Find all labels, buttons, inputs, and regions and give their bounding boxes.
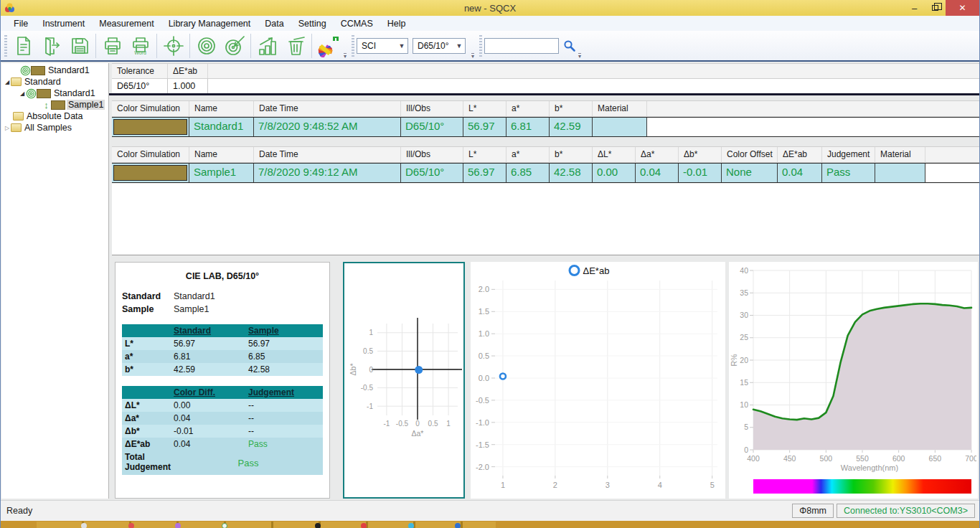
sample-illobs: D65/10° — [401, 164, 463, 182]
standard-datetime: 7/8/2020 9:48:52 AM — [254, 118, 401, 136]
menu-library-management[interactable]: Library Management — [161, 17, 258, 30]
analysis-button[interactable] — [253, 32, 281, 60]
de-trend-panel[interactable]: ΔE*ab123452.01.51.00.50.0-0.5-1.0-1.5-2.… — [471, 262, 725, 499]
print-button[interactable] — [98, 32, 126, 60]
sample-row[interactable]: Sample1 7/8/2020 9:49:12 AM D65/10° 56.9… — [112, 163, 980, 183]
status-bar: Ready Φ8mm Connected to:YS3010<COM3> — [1, 500, 979, 521]
color-search-icon — [317, 34, 340, 57]
toolbar-separator — [95, 34, 96, 58]
tolerance-table: Tolerance ΔE*ab D65/10° 1.000 — [112, 63, 980, 94]
toolbar-overflow-button[interactable]: ▾ — [344, 53, 347, 58]
tree-expander-expanded-icon[interactable]: ◢ — [19, 90, 26, 97]
export-button[interactable] — [37, 32, 65, 60]
toolbar-overflow-button[interactable]: ▾ — [578, 53, 581, 58]
diff-col-colordiff: Color Diff. — [174, 387, 248, 397]
menu-file[interactable]: File — [6, 17, 35, 30]
menu-setting[interactable]: Setting — [291, 17, 334, 30]
tree-item-standard1[interactable]: ◢ Standard1 — [1, 88, 108, 99]
toolbar-separator — [250, 34, 251, 58]
tree-expander-expanded-icon[interactable]: ◢ — [4, 79, 11, 85]
tree-item-sample1[interactable]: ↕ Sample1 — [1, 99, 108, 110]
save-button[interactable] — [65, 32, 93, 60]
total-judgement-label: Total Judgement — [122, 453, 174, 473]
tree-item-label: Standard — [23, 77, 62, 87]
sample-dl: 0.00 — [593, 164, 636, 182]
judge-da: -- — [248, 413, 323, 423]
search-input[interactable] — [484, 38, 559, 54]
svg-text:Δa*: Δa* — [412, 429, 424, 438]
toolbar-grip[interactable] — [479, 35, 482, 57]
folder-icon — [11, 123, 22, 132]
diff-db: -0.01 — [174, 426, 248, 436]
svg-text:20: 20 — [740, 356, 748, 364]
standard-a: 6.81 — [507, 118, 550, 136]
save-icon — [69, 35, 90, 57]
taskbar-app-tiles[interactable] — [37, 522, 496, 528]
sci-dropdown[interactable]: SCI ▼ — [357, 38, 408, 54]
column-header: Ill/Obs — [401, 101, 463, 116]
svg-text:0.5: 0.5 — [428, 420, 438, 428]
svg-text:Δb*: Δb* — [349, 364, 357, 376]
tolerance-value[interactable]: 1.000 — [168, 79, 208, 94]
measure-standard-button[interactable] — [192, 32, 220, 60]
tolerance-row[interactable]: D65/10° 1.000 — [112, 79, 980, 94]
row-label: L* — [122, 339, 174, 349]
tree-expander-collapsed-icon[interactable]: ▷ — [4, 125, 11, 131]
taskbar-app-icon[interactable] — [175, 523, 181, 528]
new-document-icon — [13, 35, 34, 57]
judge-db: -- — [248, 426, 323, 436]
diff-dl: 0.00 — [174, 400, 248, 410]
tree-item-absolute-data[interactable]: Absolute Data — [1, 110, 108, 122]
spectrum-color-bar — [753, 479, 971, 494]
windows-taskbar[interactable] — [1, 521, 979, 528]
toolbar-grip[interactable] — [352, 35, 354, 57]
cielab-panel[interactable]: CIE LAB, D65/10° Standard Standard1 Samp… — [115, 262, 330, 499]
measure-sample-button[interactable] — [220, 32, 248, 60]
column-header: Ill/Obs — [401, 147, 463, 162]
measure-standard-icon — [196, 35, 217, 57]
toolbar-grip[interactable] — [4, 35, 7, 57]
sample-a: 6.85 — [507, 164, 550, 182]
menu-help[interactable]: Help — [380, 17, 413, 30]
taskbar-app-icon[interactable] — [222, 523, 227, 528]
menu-data[interactable]: Data — [258, 17, 291, 30]
taskbar-app-icon[interactable] — [408, 523, 414, 528]
svg-text:2.0: 2.0 — [479, 285, 489, 293]
new-document-button[interactable] — [9, 32, 37, 60]
column-header: Δa* — [636, 147, 679, 162]
delete-button[interactable] — [281, 32, 309, 60]
taskbar-app-icon[interactable] — [455, 523, 461, 528]
calibration-button[interactable] — [159, 32, 187, 60]
spectral-panel[interactable]: 4004505005506006507000510152025303540Wav… — [729, 262, 978, 499]
svg-text:-0.5: -0.5 — [476, 396, 489, 405]
tree-item-standard1-top[interactable]: Standard1 — [1, 65, 108, 76]
menu-ccmas[interactable]: CCMAS — [334, 17, 380, 30]
taskbar-app-icon[interactable] — [315, 523, 321, 528]
lab-std-a: 6.81 — [174, 352, 248, 362]
close-button[interactable]: ✕ — [946, 0, 979, 16]
standard-row[interactable]: Standard1 7/8/2020 9:48:52 AM D65/10° 56… — [112, 117, 980, 137]
color-search-button[interactable] — [314, 32, 342, 60]
judge-de: Pass — [248, 439, 323, 449]
restore-button[interactable] — [925, 0, 946, 16]
tree-item-standard-folder[interactable]: ◢ Standard — [1, 76, 108, 88]
taskbar-app-icon[interactable] — [361, 523, 367, 528]
taskbar-app-icon[interactable] — [81, 523, 87, 528]
toolbar-overflow-button[interactable]: ▾ — [471, 53, 474, 58]
word-report-button[interactable]: Word — [126, 32, 154, 60]
header-filler — [647, 101, 980, 116]
svg-text:-1.5: -1.5 — [476, 440, 489, 449]
row-label: ΔL* — [122, 400, 174, 410]
minimize-button[interactable]: – — [904, 0, 925, 16]
tree-item-all-samples[interactable]: ▷ All Samples — [1, 122, 108, 133]
sample-da: 0.04 — [636, 164, 679, 182]
dab-scatter-panel[interactable]: -1-0.500.5110.50-0.5-1Δa*Δb* — [343, 262, 465, 499]
svg-text:-1: -1 — [367, 402, 373, 410]
menu-instrument[interactable]: Instrument — [35, 17, 92, 30]
taskbar-app-icon[interactable] — [128, 523, 134, 528]
toolbar-separator — [311, 34, 312, 58]
menu-measurement[interactable]: Measurement — [92, 17, 161, 30]
illobs-dropdown[interactable]: D65/10° ▼ — [413, 38, 466, 54]
svg-text:1.5: 1.5 — [479, 307, 489, 316]
search-magnifier-icon[interactable] — [562, 39, 577, 53]
